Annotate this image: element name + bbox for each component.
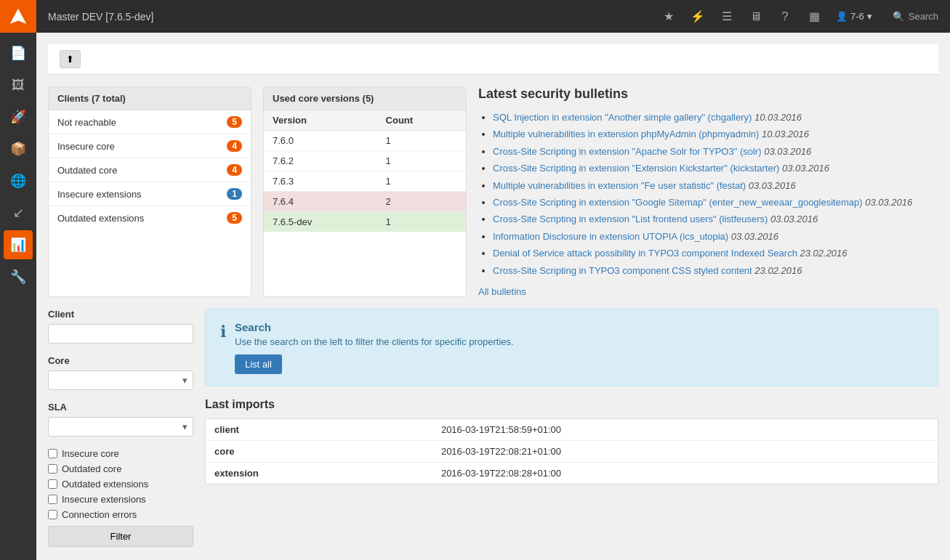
client-badge-not-reachable: 5 [227,116,242,128]
list-icon[interactable]: ☰ [714,0,740,33]
bulletin-item-6: Cross-Site Scripting in extension "Googl… [493,194,938,211]
user-menu[interactable]: 👤 7-6 ▾ [830,11,878,22]
filter-client-group: Client [48,309,193,344]
checkbox-outdated-extensions-input[interactable] [48,479,57,489]
star-icon[interactable]: ★ [656,0,682,33]
filter-core-label: Core [48,355,193,366]
app-title: Master DEV [7.6.5-dev] [36,11,656,23]
import-value-client: 2016-03-19T21:58:59+01:00 [432,418,938,440]
bulletin-date-4: 03.03.2016 [782,163,829,174]
bulletin-link-5[interactable]: Multiple vulnerabilities in extension "F… [493,180,746,191]
client-row-outdated-extensions[interactable]: Outdated extensions 5 [49,206,251,230]
info-icon: ℹ [220,322,226,341]
checkbox-outdated-extensions-label: Outdated extensions [62,479,148,490]
sidebar: 📄 🖼 🚀 📦 🌐 ↙ 📊 🔧 [0,33,36,560]
sidebar-item-chart[interactable]: 📊 [4,230,33,259]
checkbox-insecure-extensions-input[interactable] [48,495,57,504]
bulletin-item-1: SQL Injection in extension "Another simp… [493,109,938,126]
sidebar-item-globe[interactable]: 🌐 [4,166,33,195]
filter-sla-group: SLA ▾ [48,402,193,437]
client-badge-outdated-core: 4 [227,164,242,176]
search-nav[interactable]: 🔍 Search [881,11,950,22]
bulletin-link-9[interactable]: Denial of Service attack possibility in … [493,248,797,259]
main-content: ⬆ Clients (7 total) Not reachable 5 Inse… [36,33,950,560]
checkbox-connection-errors-input[interactable] [48,510,57,519]
count-cell: 1 [377,212,466,232]
bulletin-link-3[interactable]: Cross-Site Scripting in extension "Apach… [493,146,762,157]
export-button[interactable]: ⬆ [60,50,81,68]
bulletin-item-5: Multiple vulnerabilities in extension "F… [493,177,938,194]
checkbox-insecure-core-input[interactable] [48,449,57,458]
desktop-icon[interactable]: 🖥 [743,0,769,33]
client-row-not-reachable[interactable]: Not reachable 5 [49,110,251,134]
bulletin-link-1[interactable]: SQL Injection in extension "Another simp… [493,112,752,123]
search-info-box: ℹ Search Use the search on the left to f… [205,309,938,386]
client-label-outdated-core: Outdated core [57,165,117,176]
bulletin-date-2: 10.03.2016 [762,129,809,139]
all-bulletins-link[interactable]: All bulletins [478,286,526,297]
version-row-760: 7.6.0 1 [264,131,466,151]
bulletin-link-6[interactable]: Cross-Site Scripting in extension "Googl… [493,197,863,208]
version-cell: 7.6.3 [264,171,377,192]
sidebar-item-image[interactable]: 🖼 [4,70,33,100]
filter-sla-select[interactable] [48,417,193,437]
checkbox-outdated-core[interactable]: Outdated core [48,463,193,474]
import-key-client: client [206,418,432,440]
nav-icons: ★ ⚡ ☰ 🖥 ? ▦ 👤 7-6 ▾ 🔍 Search [656,0,950,33]
checkbox-insecure-extensions[interactable]: Insecure extensions [48,494,193,505]
sidebar-item-box[interactable]: 📦 [4,134,33,163]
version-row-762: 7.6.2 1 [264,151,466,171]
user-label: 7-6 [850,11,864,22]
logo[interactable] [0,0,36,33]
search-info-panel: ℹ Search Use the search on the left to f… [205,309,938,547]
checkbox-insecure-core[interactable]: Insecure core [48,448,193,459]
filter-core-select[interactable] [48,370,193,390]
filter-checkbox-group: Insecure core Outdated core Outdated ext… [48,448,193,520]
filter-core-group: Core ▾ [48,355,193,390]
client-row-insecure-core[interactable]: Insecure core 4 [49,134,251,158]
bulletin-link-4[interactable]: Cross-Site Scripting in extension "Exten… [493,163,779,174]
bulletin-date-8: 03.03.2016 [731,231,778,242]
bulletin-link-8[interactable]: Information Disclosure in extension UTOP… [493,231,728,242]
search-info-text: Use the search on the left to filter the… [235,336,514,347]
count-cell: 1 [377,171,466,192]
sidebar-item-rocket[interactable]: 🚀 [4,102,33,131]
checkbox-connection-errors[interactable]: Connection errors [48,509,193,520]
table-icon[interactable]: ▦ [801,0,827,33]
bulletin-link-2[interactable]: Multiple vulnerabilities in extension ph… [493,129,759,139]
version-row-764: 7.6.4 2 [264,192,466,212]
versions-panel: Used core versions (5) Version Count 7.6… [263,86,467,297]
search-label: Search [909,11,938,22]
last-imports-title: Last imports [205,398,938,411]
version-row-763: 7.6.3 1 [264,171,466,192]
bulletin-date-6: 03.03.2016 [865,197,912,208]
checkbox-outdated-core-input[interactable] [48,464,57,474]
client-row-outdated-core[interactable]: Outdated core 4 [49,158,251,182]
sidebar-item-arrow[interactable]: ↙ [4,198,33,227]
bolt-icon[interactable]: ⚡ [685,0,711,33]
bulletin-item-2: Multiple vulnerabilities in extension ph… [493,126,938,142]
import-key-core: core [206,440,432,462]
checkbox-outdated-core-label: Outdated core [62,463,121,474]
bulletin-date-3: 03.03.2016 [764,146,811,157]
checkbox-outdated-extensions[interactable]: Outdated extensions [48,479,193,490]
help-icon[interactable]: ? [772,0,798,33]
bulletin-item-8: Information Disclosure in extension UTOP… [493,228,938,245]
client-row-insecure-extensions[interactable]: Insecure extensions 1 [49,182,251,206]
bulletin-link-10[interactable]: Cross-Site Scripting in TYPO3 component … [493,265,752,276]
list-all-button[interactable]: List all [235,354,282,374]
filter-button[interactable]: Filter [48,526,193,547]
checkbox-connection-errors-label: Connection errors [62,509,137,520]
search-info-content: Search Use the search on the left to fil… [235,321,514,374]
bulletin-date-10: 23.02.2016 [754,265,802,276]
search-info-title: Search [235,321,514,333]
import-value-core: 2016-03-19T22:08:21+01:00 [432,440,938,462]
filter-client-input[interactable] [48,324,193,344]
bulletin-date-1: 10.03.2016 [754,112,802,123]
bulletin-item-10: Cross-Site Scripting in TYPO3 component … [493,262,938,279]
client-label-insecure-extensions: Insecure extensions [57,189,142,200]
sidebar-item-tool[interactable]: 🔧 [4,262,33,291]
sidebar-item-file[interactable]: 📄 [4,38,33,68]
bulletin-link-7[interactable]: Cross-Site Scripting in extension "List … [493,214,768,224]
version-row-765dev: 7.6.5-dev 1 [264,212,466,232]
